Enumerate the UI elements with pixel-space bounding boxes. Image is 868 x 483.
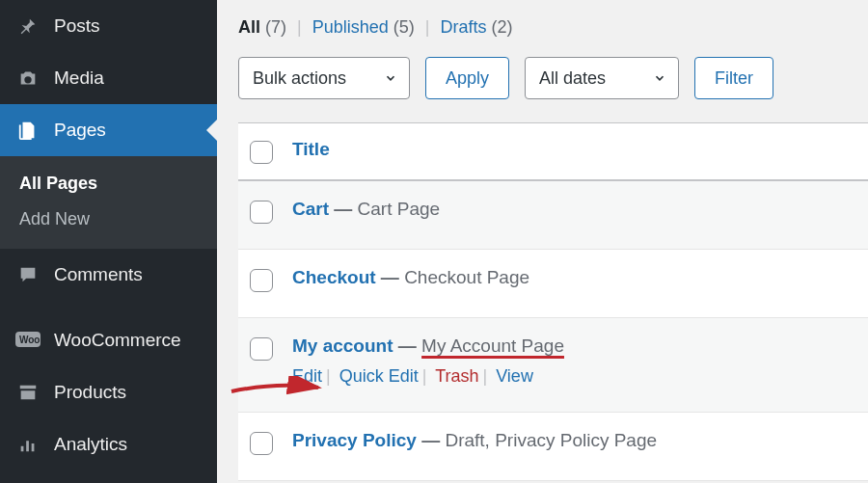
submenu-add-new[interactable]: Add New [0, 201, 217, 237]
row-actions: Edit| Quick Edit| Trash| View [292, 366, 564, 387]
filter-drafts-count: (2) [492, 17, 513, 37]
table-row: Checkout — Checkout Page [238, 250, 868, 318]
sidebar-item-woocommerce[interactable]: Woo WooCommerce [0, 314, 217, 366]
svg-text:Woo: Woo [19, 335, 40, 345]
bulk-actions-toolbar: Bulk actions Apply All dates Filter [238, 57, 868, 99]
pin-icon [15, 13, 41, 39]
sidebar-item-label: Analytics [54, 434, 127, 455]
view-filters: All (7) | Published (5) | Drafts (2) [238, 17, 868, 38]
sidebar-item-pages[interactable]: Pages [0, 104, 217, 156]
table-row: My account — My Account Page Edit| Quick… [238, 318, 868, 413]
main-content: All (7) | Published (5) | Drafts (2) Bul… [217, 0, 868, 483]
filter-published-count: (5) [393, 17, 415, 37]
column-header-title[interactable]: Title [292, 139, 330, 160]
sidebar-item-label: WooCommerce [54, 330, 181, 351]
pages-table: Title Cart — Cart Page Checkout — Checko… [238, 122, 868, 481]
page-title-link[interactable]: Cart [292, 199, 329, 219]
page-state: Cart Page [358, 199, 441, 219]
admin-sidebar: Posts Media Pages All Pages Add New Comm… [0, 0, 217, 483]
page-title-link[interactable]: Privacy Policy [292, 430, 417, 450]
filter-all-count: (7) [265, 17, 286, 37]
table-row: Privacy Policy — Draft, Privacy Policy P… [238, 413, 868, 481]
action-trash[interactable]: Trash [435, 366, 478, 386]
comment-icon [15, 262, 41, 287]
sidebar-item-comments[interactable]: Comments [0, 249, 217, 301]
bar-chart-icon [15, 432, 41, 457]
separator: | [291, 17, 308, 37]
row-title-cell: Checkout — Checkout Page [292, 267, 529, 288]
page-title-link[interactable]: Checkout [292, 267, 376, 287]
page-title-link[interactable]: My account [292, 335, 393, 356]
date-filter-select[interactable]: All dates [525, 57, 679, 99]
archive-icon [15, 380, 41, 405]
separator: | [420, 17, 436, 37]
action-quick-edit[interactable]: Quick Edit [339, 366, 419, 386]
sidebar-item-label: Products [54, 382, 126, 403]
chevron-down-icon [653, 71, 666, 85]
filter-drafts[interactable]: Drafts [441, 17, 487, 37]
action-view[interactable]: View [496, 366, 533, 386]
pages-icon [15, 118, 41, 143]
date-filter-value: All dates [539, 68, 606, 89]
filter-published[interactable]: Published [312, 17, 389, 37]
table-header-row: Title [238, 123, 868, 181]
sidebar-item-label: Pages [54, 120, 106, 141]
filter-all[interactable]: All [238, 17, 260, 37]
sidebar-item-label: Media [54, 67, 104, 89]
submenu-all-pages[interactable]: All Pages [0, 166, 217, 201]
sidebar-item-label: Posts [54, 15, 100, 37]
sidebar-item-products[interactable]: Products [0, 366, 217, 418]
sidebar-item-label: Comments [54, 264, 143, 285]
row-checkbox[interactable] [250, 337, 273, 361]
action-edit[interactable]: Edit [292, 366, 322, 386]
row-title-cell: Cart — Cart Page [292, 199, 440, 220]
sidebar-item-marketing[interactable]: Marketing [0, 470, 217, 483]
row-title-cell: My account — My Account Page Edit| Quick… [292, 335, 564, 387]
page-state: Checkout Page [404, 267, 529, 287]
sidebar-item-media[interactable]: Media [0, 52, 217, 104]
row-checkbox[interactable] [250, 201, 273, 224]
woocommerce-icon: Woo [15, 328, 41, 353]
row-checkbox[interactable] [250, 269, 273, 292]
bulk-actions-select[interactable]: Bulk actions [238, 57, 410, 99]
page-state: My Account Page [421, 335, 564, 356]
bulk-actions-value: Bulk actions [253, 68, 346, 89]
sidebar-item-posts[interactable]: Posts [0, 0, 217, 52]
apply-button[interactable]: Apply [425, 57, 509, 99]
camera-icon [15, 66, 41, 91]
filter-button[interactable]: Filter [694, 57, 773, 99]
table-row: Cart — Cart Page [238, 181, 868, 250]
page-state: Draft, Privacy Policy Page [445, 430, 657, 450]
sidebar-item-analytics[interactable]: Analytics [0, 418, 217, 470]
row-checkbox[interactable] [250, 432, 273, 455]
row-title-cell: Privacy Policy — Draft, Privacy Policy P… [292, 430, 657, 451]
sidebar-submenu-pages: All Pages Add New [0, 156, 217, 249]
select-all-checkbox[interactable] [250, 141, 273, 164]
chevron-down-icon [384, 71, 397, 85]
